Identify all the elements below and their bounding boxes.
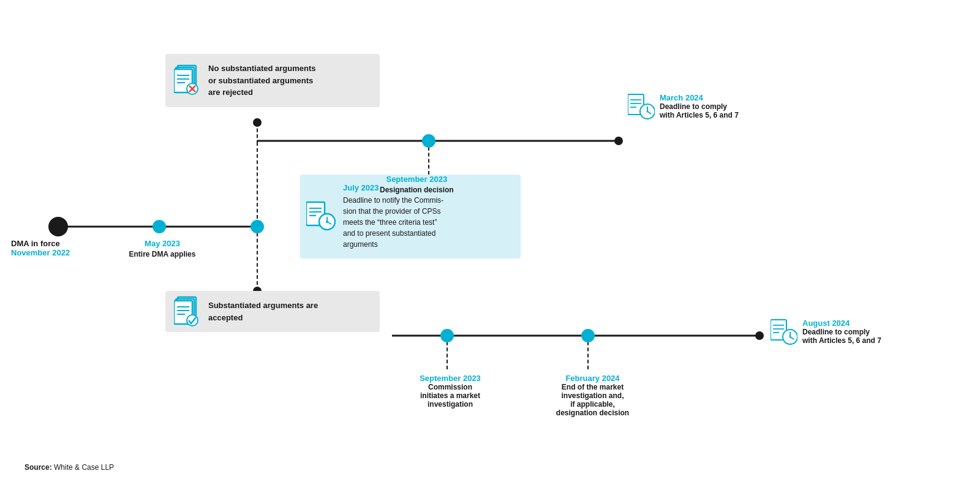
- source-name: White & Case LLP: [54, 463, 114, 472]
- node-dma-start: [48, 217, 68, 236]
- card-middle-line4: and to present substantiated: [343, 228, 511, 239]
- card-bottom-text: Substantiated arguments are accepted: [208, 300, 370, 323]
- label-sep-top-date: September 2023: [380, 175, 454, 184]
- card-top: No substantiated arguments or substantia…: [165, 54, 380, 107]
- svg-point-31: [647, 111, 649, 113]
- label-sep-top-desc: Designation decision: [380, 186, 454, 194]
- card-bottom-line2: accepted: [208, 312, 370, 324]
- label-may2023: May 2023 Entire DMA applies: [113, 239, 211, 259]
- node-sep2023-bottom: [440, 329, 454, 342]
- card-bottom: Substantiated arguments are accepted: [165, 291, 380, 332]
- label-march-desc1: Deadline to comply: [660, 102, 739, 111]
- label-feb-desc1: End of the market: [539, 383, 646, 391]
- label-aug-date: August 2024: [802, 318, 881, 328]
- label-feb-desc3: if applicable,: [539, 400, 646, 409]
- source-label: Source: White & Case LLP: [24, 463, 114, 472]
- timeline-diagram: No substantiated arguments or substantia…: [0, 0, 980, 490]
- label-dma-title: DMA in force: [11, 239, 70, 248]
- label-aug-desc2: with Articles 5, 6 and 7: [802, 336, 881, 345]
- label-sep-bot-desc1: Commission: [401, 383, 499, 391]
- label-sep-bot-desc2: initiates a market: [401, 391, 499, 400]
- node-branch: [251, 220, 264, 233]
- clock-icon-aug: [771, 318, 797, 348]
- label-march-date: March 2024: [660, 93, 739, 102]
- card-top-line2: or substantiated arguments: [208, 75, 370, 87]
- card-top-text: No substantiated arguments or substantia…: [208, 62, 370, 99]
- line-top-branch: [257, 140, 432, 142]
- line-vert-top: [257, 142, 258, 219]
- label-dma-date: November 2022: [11, 248, 70, 257]
- node-sep2023-top: [422, 134, 435, 148]
- svg-point-23: [187, 315, 198, 326]
- line-bottom-mid: [447, 335, 588, 337]
- svg-point-16: [326, 221, 328, 223]
- node-feb2024: [581, 329, 595, 342]
- svg-point-39: [790, 336, 791, 338]
- card-middle-line5: arguments: [343, 239, 511, 250]
- card-top-line3: are rejected: [208, 86, 370, 99]
- card-top-line1: No substantiated arguments: [208, 62, 370, 75]
- label-aug-desc1: Deadline to comply: [802, 328, 881, 336]
- label-sep-bot-date: September 2023: [401, 374, 499, 383]
- node-top-dot: [253, 118, 262, 127]
- card-middle-line2: sion that the provider of CPSs: [343, 206, 511, 217]
- card-bottom-line1: Substantiated arguments are: [208, 300, 370, 312]
- line-bottom-right: [588, 335, 760, 337]
- label-sep2023-top: September 2023 Designation decision: [380, 175, 454, 195]
- node-may2023: [153, 220, 166, 233]
- label-sep2023-bottom: September 2023 Commission initiates a ma…: [401, 374, 499, 409]
- node-march2024: [614, 137, 623, 145]
- doc-check-icon: [174, 295, 203, 326]
- card-middle-line1: Deadline to notify the Commis-: [343, 195, 511, 206]
- label-feb-desc4: designation decision: [539, 409, 646, 417]
- node-aug2024: [755, 331, 764, 340]
- label-feb-desc2: investigation and,: [539, 391, 646, 400]
- doc-x-icon: [174, 63, 203, 95]
- line-vert-bottom: [257, 227, 258, 291]
- label-march-desc2: with Articles 5, 6 and 7: [660, 111, 739, 119]
- line-top-right: [429, 140, 617, 142]
- label-feb-date: February 2024: [539, 374, 646, 383]
- label-aug2024: August 2024 Deadline to comply with Arti…: [771, 318, 881, 348]
- label-march2024: March 2024 Deadline to comply with Artic…: [628, 93, 739, 123]
- label-dma: DMA in force November 2022: [11, 239, 70, 257]
- label-may-date: May 2023: [113, 239, 211, 248]
- card-middle-line3: meets the “three criteria test”: [343, 217, 511, 228]
- label-feb2024: February 2024 End of the market investig…: [539, 374, 646, 417]
- label-sep-bot-desc3: investigation: [401, 400, 499, 409]
- clock-icon-march: [628, 93, 655, 123]
- label-may-desc: Entire DMA applies: [129, 250, 196, 258]
- clock-doc-icon: [306, 200, 336, 232]
- source-prefix: Source:: [24, 463, 52, 472]
- line-bottom-branch: [392, 335, 447, 337]
